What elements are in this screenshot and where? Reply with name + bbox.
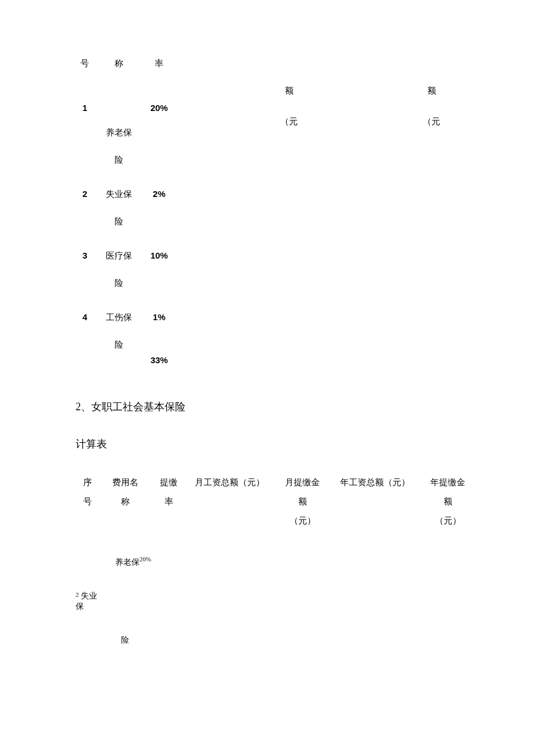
t1-r1-name-l1: 养老保 — [106, 128, 132, 137]
t1-r2-seq: 2 — [76, 166, 94, 227]
t1-h-yamt-unit: （元 — [404, 96, 459, 127]
t2-h-mamt-l1: 月提缴金 — [273, 477, 331, 496]
t2-r2-name: 失业保 — [76, 592, 97, 611]
t2-row-1: 养老保20% — [76, 535, 477, 568]
t1-r3-rate: 10% — [144, 227, 174, 289]
section2-sub: 计算表 — [76, 437, 459, 451]
t2-h-mwage: 月工资总额（元） — [186, 477, 273, 496]
t1-h-mamt-unit: （元 — [261, 96, 317, 127]
t2-h-rate-l2: 率 — [151, 496, 186, 515]
t2-h-name-l2: 称 — [99, 496, 151, 515]
t2-row-2: 2 失业保 — [76, 568, 477, 612]
t2-h-yamt-l3: （元） — [419, 515, 477, 535]
t1-total-row: 33% — [76, 350, 459, 365]
t1-h-seq: 号 — [76, 58, 94, 75]
t1-r4-seq: 4 — [76, 289, 94, 350]
t1-h-mamt: 额 — [261, 75, 317, 96]
t2-h-rate-l1: 提缴 — [151, 477, 186, 496]
t2-h-name-l1: 费用名 — [99, 477, 151, 496]
t1-r3-name-l1: 医疗保 — [106, 251, 132, 260]
t2-r1-rate: 20% — [140, 556, 151, 562]
t2-h-seq-l2: 号 — [76, 496, 99, 515]
t1-row-4: 4 工伤保 险 1% — [76, 289, 459, 350]
t1-h-name: 称 — [94, 58, 144, 75]
t1-r3-name-l2: 险 — [94, 278, 144, 289]
t1-r4-name-l2: 险 — [94, 339, 144, 350]
t2-h-mamt-l2: 额 — [273, 496, 331, 515]
t1-total-rate: 33% — [144, 350, 174, 365]
insurance-table-2: 序 费用名 提缴 月工资总额（元） 月提缴金 年工资总额（元） 年提缴金 号 称… — [76, 477, 477, 646]
t1-h-rate: 率 — [144, 58, 174, 75]
t2-row-2b: 险 — [76, 612, 477, 646]
t2-h-yamt-l1: 年提缴金 — [419, 477, 477, 496]
t1-r3-seq: 3 — [76, 227, 94, 289]
insurance-table-1: 号 称 率 额 额 （元 （元 1 养老保 险 20% — [76, 58, 459, 365]
t1-row-2: 2 失业保 险 2% — [76, 166, 459, 227]
section2-title: 2、女职工社会基本保险 — [76, 400, 459, 414]
t2-h-yamt-l2: 额 — [419, 496, 477, 515]
t1-r1-name-l2: 险 — [94, 155, 144, 166]
t1-r2-rate: 2% — [144, 166, 174, 227]
t1-r2-name-l2: 险 — [94, 216, 144, 227]
t2-h-ywage: 年工资总额（元） — [331, 477, 419, 496]
t1-row-3: 3 医疗保 险 10% — [76, 227, 459, 289]
t1-r1-rate: 20% — [144, 103, 174, 141]
t2-r1-name: 养老保 — [115, 558, 140, 567]
t2-h-mamt-l3: （元） — [273, 515, 331, 535]
t1-r1-seq: 1 — [76, 103, 94, 141]
t1-r4-name-l1: 工伤保 — [106, 313, 132, 322]
t2-h-seq-l1: 序 — [76, 477, 99, 496]
t2-r2-name-l2: 险 — [99, 612, 151, 646]
t1-row-1: 1 养老保 险 20% — [76, 127, 459, 166]
t2-r2-seq: 2 — [76, 591, 79, 598]
t1-h-yamt: 额 — [404, 75, 459, 96]
t1-r2-name-l1: 失业保 — [106, 189, 132, 199]
t1-r4-rate: 1% — [144, 289, 174, 350]
